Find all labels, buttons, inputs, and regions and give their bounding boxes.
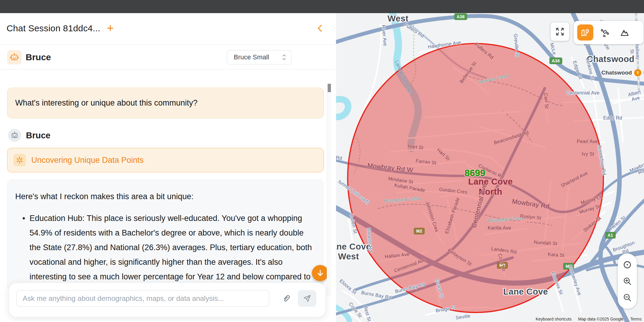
attach-file-button[interactable] xyxy=(279,292,293,306)
select-chevrons-icon xyxy=(282,53,287,61)
satellite-icon xyxy=(600,28,609,37)
chevron-left-icon xyxy=(316,24,325,33)
map-icon xyxy=(581,28,590,37)
fullscreen-icon xyxy=(555,27,564,36)
zoom-in-icon xyxy=(623,276,632,286)
chat-scrollbar-thumb[interactable] xyxy=(328,84,331,92)
scroll-to-bottom-button[interactable] xyxy=(312,265,329,281)
fullscreen-button[interactable] xyxy=(551,22,569,41)
robot-icon xyxy=(11,131,18,139)
spark-icon xyxy=(16,156,24,164)
chat-message-list[interactable]: What's interesting or unique about this … xyxy=(0,70,336,296)
terrain-view-button[interactable] xyxy=(617,24,633,41)
assistant-avatar xyxy=(8,129,21,142)
new-chat-button[interactable]: + xyxy=(103,21,117,35)
model-selector[interactable]: Bruce Small xyxy=(227,50,292,64)
chat-input-card xyxy=(9,283,326,317)
send-message-button[interactable] xyxy=(298,290,316,307)
recenter-button[interactable] xyxy=(621,258,634,271)
app-screen: Chat Session 81ddc4... + Bruce Bruce Sma… xyxy=(0,0,644,322)
keyboard-shortcuts-link[interactable]: Keyboard shortcuts xyxy=(535,317,572,321)
agent-header-row: Bruce Bruce Small xyxy=(0,45,336,69)
map-nav-toolbar xyxy=(618,253,637,309)
agent-name: Bruce xyxy=(26,52,51,62)
terrain-icon xyxy=(620,28,629,37)
top-bar xyxy=(0,0,644,13)
map-data-credit: Map data ©2025 Google xyxy=(578,317,624,321)
chat-scrollbar[interactable] xyxy=(327,83,331,296)
zoom-out-icon xyxy=(623,293,632,302)
chat-input[interactable] xyxy=(16,290,269,307)
assistant-name: Bruce xyxy=(26,131,50,140)
tool-icon-box xyxy=(13,154,26,166)
answer-intro-text: Here's what I reckon makes this area a b… xyxy=(15,189,316,204)
arrow-down-icon xyxy=(316,269,324,277)
send-icon xyxy=(303,294,311,303)
map-view-button[interactable] xyxy=(577,24,593,41)
assistant-header: Bruce xyxy=(8,129,50,142)
zoom-in-button[interactable] xyxy=(621,275,634,288)
answer-bullet-text: Education Hub: This place is seriously w… xyxy=(15,211,316,290)
chat-header: Chat Session 81ddc4... + xyxy=(0,13,336,45)
locate-icon xyxy=(622,260,632,270)
collapse-panel-button[interactable] xyxy=(314,22,327,35)
map-type-toolbar xyxy=(574,21,643,44)
map-canvas xyxy=(336,13,644,322)
tool-call-card[interactable]: Uncovering Unique Data Points xyxy=(7,148,324,172)
user-message-bubble: What's interesting or unique about this … xyxy=(7,88,324,118)
satellite-view-button[interactable] xyxy=(597,24,613,41)
model-selector-value: Bruce Small xyxy=(234,53,282,61)
user-message-text: What's interesting or unique about this … xyxy=(15,98,197,108)
map-attribution: Keyboard shortcuts Map data ©2025 Google… xyxy=(535,317,642,321)
chat-panel: Chat Session 81ddc4... + Bruce Bruce Sma… xyxy=(0,13,336,322)
station-name: Chatswood xyxy=(601,69,632,76)
zoom-out-button[interactable] xyxy=(621,291,634,304)
bruce-avatar xyxy=(7,50,21,64)
terms-link[interactable]: Terms xyxy=(630,317,642,321)
train-icon: T xyxy=(634,69,641,76)
robot-icon xyxy=(10,53,19,62)
assistant-message-card: Here's what I reckon makes this area a b… xyxy=(7,179,324,290)
chat-session-title: Chat Session 81ddc4... xyxy=(7,23,100,33)
tool-call-label: Uncovering Unique Data Points xyxy=(31,156,144,165)
region-overlay xyxy=(348,44,603,312)
map-panel[interactable]: WestChatswoodLane Cove WestLane CoveLane… xyxy=(336,13,644,322)
chatswood-station-label: Chatswood T M xyxy=(601,69,644,76)
paperclip-icon xyxy=(282,294,291,303)
